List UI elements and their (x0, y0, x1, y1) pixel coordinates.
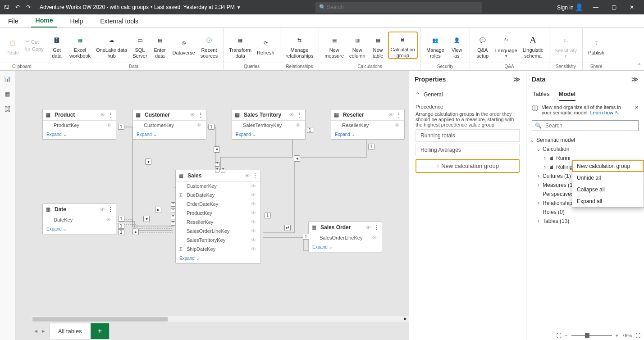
field-row[interactable]: ResellerKey👁 (176, 218, 260, 227)
prev-tab-icon[interactable]: ◄ (32, 328, 40, 334)
visibility-icon[interactable]: 👁 (289, 112, 294, 118)
save-icon[interactable]: 🖫 (3, 3, 11, 11)
field-row[interactable]: SalesTerritoryKey👁 (232, 121, 305, 130)
recent-sources-button[interactable]: 🕓Recent sources (198, 32, 221, 59)
visibility-icon[interactable]: 👁 (190, 112, 195, 118)
hide-icon[interactable]: 👁 (395, 122, 400, 128)
new-measure-button[interactable]: ▤New measure (322, 32, 347, 59)
close-button[interactable]: ✕ (626, 4, 638, 10)
more-icon[interactable]: ⋮ (297, 112, 302, 118)
precedence-item[interactable]: Rolling Averages (416, 144, 520, 156)
hide-icon[interactable]: 👁 (106, 122, 111, 128)
menu-help[interactable]: Help (65, 18, 87, 27)
more-icon[interactable]: ⋮ (108, 112, 113, 118)
field-row[interactable]: SalesTerritoryKey👁 (176, 236, 260, 245)
tree-calc-groups[interactable]: ⌄Calculation (530, 145, 640, 154)
zoom-in-button[interactable]: + (616, 333, 618, 338)
search-box[interactable]: 🔍 (532, 120, 639, 131)
hide-icon[interactable]: 👁 (251, 246, 256, 252)
table-card-date[interactable]: ▦Date👁⋮ DateKey👁 Expand ⌄ (42, 204, 116, 234)
ribbon-collapse-icon[interactable]: ⌃ (637, 63, 641, 68)
hide-icon[interactable]: 👁 (296, 122, 301, 128)
general-section-toggle[interactable]: ⌃General (409, 88, 526, 101)
report-view-icon[interactable]: 📊 (3, 74, 12, 83)
hide-icon[interactable]: 👁 (196, 122, 201, 128)
dataverse-button[interactable]: ◎Dataverse (170, 35, 198, 56)
new-table-button[interactable]: ▦New table (368, 32, 388, 59)
tree-roles[interactable]: ›Roles (0) (530, 208, 640, 217)
expand-link[interactable]: Expand ⌄ (133, 130, 206, 139)
precedence-item[interactable]: Running totals (416, 129, 520, 142)
learn-how-link[interactable]: Learn how ⇱ (590, 110, 619, 115)
data-view-icon[interactable]: ▦ (3, 90, 12, 99)
new-column-button[interactable]: ▥New column (347, 32, 368, 59)
menu-file[interactable]: File (4, 18, 23, 27)
visibility-icon[interactable]: 👁 (366, 225, 371, 230)
hide-icon[interactable]: 👁 (251, 183, 256, 189)
calculation-group-button[interactable]: 🖩Calculation group (388, 32, 418, 59)
field-row[interactable]: ΣDueDateKey👁 (176, 190, 260, 199)
expand-link[interactable]: Expand ⌄ (43, 130, 116, 139)
visibility-icon[interactable]: 👁 (245, 173, 250, 178)
refresh-button[interactable]: ⟳Refresh (254, 35, 277, 56)
zoom-out-button[interactable]: − (565, 333, 567, 338)
add-diagram-tab[interactable]: + (91, 323, 110, 339)
field-row[interactable]: ΣShipDateKey👁 (176, 245, 260, 254)
more-icon[interactable]: ⋮ (252, 172, 258, 179)
expand-link[interactable]: Expand ⌄ (43, 224, 116, 234)
table-card-customer[interactable]: ▦Customer👁⋮ CustomerKey👁 Expand ⌄ (132, 109, 206, 140)
cm-collapse-all[interactable]: Collapse all (572, 184, 644, 195)
field-row[interactable]: SalesOrderLineKey👁 (309, 233, 382, 242)
manage-relationships-button[interactable]: ⇆Manage relationships (283, 32, 316, 59)
menu-external-tools[interactable]: External tools (96, 18, 143, 27)
enter-data-button[interactable]: ▤Enter data (150, 32, 170, 59)
table-card-reseller[interactable]: ▦Reseller👁⋮ ResellerKey👁 Expand ⌄ (331, 109, 405, 140)
manage-roles-button[interactable]: 👥Manage roles (424, 32, 447, 59)
tab-model[interactable]: Model (559, 91, 576, 101)
paste-button[interactable]: 📋 Paste (3, 35, 23, 56)
table-card-sales[interactable]: ▦Sales👁⋮ CustomerKey👁 ΣDueDateKey👁 Order… (175, 170, 261, 263)
maximize-button[interactable]: ▢ (608, 4, 620, 10)
diagram-tab-all-tables[interactable]: All tables (50, 323, 91, 339)
hide-icon[interactable]: 👁 (372, 235, 377, 240)
field-row[interactable]: SalesOrderLineKey👁 (176, 227, 260, 236)
excel-workbook-button[interactable]: ▦Excel workbook (67, 32, 93, 59)
redo-icon[interactable]: ↷ (24, 3, 32, 11)
more-icon[interactable]: ⋮ (198, 112, 203, 118)
table-card-product[interactable]: ▦Product👁⋮ ProductKey👁 Expand ⌄ (42, 109, 116, 140)
close-info-icon[interactable]: ✕ (635, 104, 639, 110)
visibility-icon[interactable]: 👁 (100, 207, 105, 212)
more-icon[interactable]: ⋮ (374, 224, 379, 231)
scroll-thumb[interactable] (32, 317, 168, 322)
field-row[interactable]: ResellerKey👁 (331, 121, 404, 130)
more-icon[interactable]: ⋮ (396, 112, 402, 118)
zoom-menu-icon[interactable]: ⛶ (635, 333, 640, 338)
search-input[interactable] (544, 122, 635, 129)
get-data-button[interactable]: 🗄️Get data (47, 32, 67, 59)
onelake-button[interactable]: ☁OneLake data hub (93, 32, 130, 59)
next-tab-icon[interactable]: ► (40, 328, 50, 334)
field-row[interactable]: DateKey👁 (43, 215, 116, 224)
hide-icon[interactable]: 👁 (251, 201, 256, 207)
tab-tables[interactable]: Tables (533, 91, 550, 101)
search-input[interactable] (326, 4, 479, 11)
expand-link[interactable]: Expand ⌄ (176, 254, 260, 263)
table-card-sales-order[interactable]: ▦Sales Order👁⋮ SalesOrderLineKey👁 Expand… (308, 222, 382, 252)
collapse-properties-icon[interactable]: ≫ (513, 75, 521, 83)
cm-new-calculation-group[interactable]: New calculation group (572, 160, 644, 172)
title-chevron-icon[interactable]: ▼ (237, 5, 241, 10)
expand-link[interactable]: Expand ⌄ (331, 130, 404, 139)
hide-icon[interactable]: 👁 (251, 228, 256, 234)
field-row[interactable]: OrderDateKey👁 (176, 199, 260, 209)
zoom-slider[interactable] (571, 335, 612, 336)
copy-button[interactable]: ⿻Copy (23, 45, 46, 53)
transform-data-button[interactable]: ▦Transform data (226, 32, 254, 59)
hide-icon[interactable]: 👁 (106, 217, 111, 222)
horizontal-scrollbar[interactable]: ◄ ► (32, 316, 409, 322)
linguistic-schema-button[interactable]: ALinguistic schema (520, 32, 546, 59)
new-calculation-group-button[interactable]: + New calculation group (416, 159, 520, 173)
expand-link[interactable]: Expand ⌄ (309, 242, 382, 252)
field-row[interactable]: CustomerKey👁 (133, 121, 206, 130)
cm-expand-all[interactable]: Expand all (572, 195, 644, 207)
hide-icon[interactable]: 👁 (251, 210, 256, 216)
